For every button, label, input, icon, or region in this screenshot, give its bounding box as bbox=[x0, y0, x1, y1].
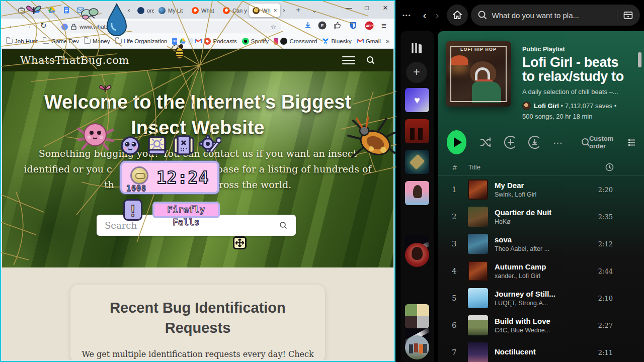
library-album-portrait[interactable] bbox=[405, 181, 429, 205]
pink-spider-sprite[interactable] bbox=[75, 115, 117, 153]
reload-button[interactable]: ↻ bbox=[40, 21, 47, 30]
track-artists[interactable]: Swink, Lofi Girl bbox=[495, 191, 536, 198]
alert-exclamation-icon[interactable]: ! bbox=[123, 199, 142, 221]
track-row[interactable]: 6 Build with LoveC4C, Blue Wedne... 2:27 bbox=[438, 312, 644, 339]
column-title[interactable]: Title bbox=[468, 163, 480, 171]
track-title[interactable]: My Dear bbox=[495, 181, 536, 190]
tab-close-icon[interactable]: × bbox=[274, 7, 277, 14]
track-title[interactable]: Journey of Still... bbox=[495, 290, 555, 298]
site-logo[interactable]: WhatsThatBug.com bbox=[20, 54, 129, 66]
library-group-circle[interactable] bbox=[405, 335, 429, 359]
bookmark-gmail-icon[interactable] bbox=[195, 38, 202, 45]
track-artists[interactable]: LUQĘT, Strong.A... bbox=[495, 300, 555, 307]
track-title[interactable]: Build with Love bbox=[495, 317, 550, 325]
bookmark-gmail[interactable]: Gmail bbox=[357, 38, 381, 45]
track-title[interactable]: Autumn Camp bbox=[495, 262, 546, 271]
playlist-title[interactable]: Lofi Girl - beatsto relax/study to bbox=[522, 55, 644, 83]
minimize-button[interactable]: — bbox=[341, 4, 356, 12]
settings-menu-icon[interactable] bbox=[199, 135, 221, 156]
bookmark-folder-game-dev[interactable]: Game Dev bbox=[43, 38, 79, 44]
tab-scroll-right-button[interactable]: › bbox=[283, 5, 285, 15]
bookmark-folder-life-organization[interactable]: Life Organization bbox=[115, 38, 168, 44]
small-butterfly-sprite[interactable] bbox=[99, 83, 112, 95]
window-menu-dots[interactable]: ••• bbox=[403, 12, 412, 18]
tracking-protection-icon[interactable] bbox=[61, 24, 68, 30]
map-menu-icon[interactable] bbox=[173, 135, 195, 156]
scrollbar-thumb[interactable] bbox=[638, 52, 641, 67]
spotify-forward-button[interactable]: › bbox=[436, 9, 439, 21]
track-row[interactable]: 5 Journey of Still...LUQĘT, Strong.A... … bbox=[438, 285, 644, 312]
download-icon[interactable] bbox=[528, 135, 539, 149]
tab-list-dropdown[interactable]: ⌄ bbox=[311, 5, 317, 15]
shuffle-icon[interactable] bbox=[479, 137, 490, 148]
library-artist-circle[interactable] bbox=[405, 243, 429, 267]
downloads-icon[interactable] bbox=[304, 21, 312, 29]
library-album-red[interactable] bbox=[405, 119, 429, 143]
add-to-playlist-icon[interactable] bbox=[504, 135, 515, 149]
track-title[interactable]: sova bbox=[495, 235, 549, 244]
sort-order-button[interactable]: Custom order bbox=[589, 135, 635, 150]
your-library-icon[interactable] bbox=[411, 42, 424, 54]
track-title[interactable]: Noctilucent bbox=[495, 347, 536, 356]
spotify-back-button[interactable]: ‹ bbox=[423, 9, 427, 21]
wasp-sprite[interactable] bbox=[171, 41, 188, 60]
track-row[interactable]: 1 My DearSwink, Lofi Girl 2:20 bbox=[438, 176, 644, 203]
bookmarks-overflow-chevron[interactable]: » bbox=[386, 37, 389, 45]
new-tab-button[interactable]: + bbox=[296, 5, 300, 15]
owner-name[interactable]: Lofi Girl bbox=[534, 102, 559, 110]
track-artists[interactable]: HoKø bbox=[495, 218, 551, 225]
track-artists[interactable]: Theo Aabel, after ... bbox=[495, 245, 549, 252]
bookmark-star-icon[interactable]: ☆ bbox=[270, 23, 276, 31]
forward-button[interactable]: → bbox=[24, 21, 32, 30]
bookmark-folder-job-hunt[interactable]: Job Hunt bbox=[6, 38, 38, 44]
journal-menu-icon[interactable] bbox=[147, 136, 167, 156]
pinned-tab-drive2-icon[interactable] bbox=[48, 6, 56, 14]
site-menu-hamburger-icon[interactable] bbox=[342, 54, 355, 67]
tab-can-y[interactable]: Can y bbox=[219, 4, 248, 17]
bitwarden-icon[interactable] bbox=[349, 21, 357, 30]
library-album-collage[interactable] bbox=[405, 304, 429, 328]
bookmark-bluesky[interactable]: Bluesky bbox=[322, 38, 351, 45]
maximize-button[interactable]: □ bbox=[359, 4, 374, 12]
track-artists[interactable]: C4C, Blue Wedne... bbox=[495, 327, 550, 334]
menu-hamburger-icon[interactable]: ≡ bbox=[381, 21, 386, 31]
adblock-plus-icon[interactable]: ABP bbox=[365, 21, 374, 30]
pinned-tab-briefcase-icon[interactable] bbox=[18, 6, 26, 14]
track-title[interactable]: Quartier de Nuit bbox=[495, 208, 551, 217]
site-search-icon[interactable] bbox=[366, 56, 375, 65]
bookmark-occluded-icon[interactable] bbox=[188, 38, 193, 45]
search-icon[interactable] bbox=[279, 221, 288, 230]
move-handle-icon[interactable] bbox=[233, 236, 247, 249]
extension-e-icon[interactable]: E bbox=[318, 21, 327, 30]
tab-my-lit[interactable]: My Lit bbox=[155, 4, 186, 17]
tab-overflow-partial[interactable]: ore bbox=[134, 4, 154, 17]
close-button[interactable]: ✕ bbox=[378, 4, 393, 12]
back-button[interactable]: ← bbox=[8, 21, 16, 30]
bookmark-crossword[interactable]: Crossword bbox=[280, 38, 317, 45]
search-in-playlist-icon[interactable] bbox=[581, 138, 589, 147]
water-droplet-sprite[interactable] bbox=[105, 3, 129, 38]
fly-sprite[interactable] bbox=[80, 5, 100, 22]
track-row[interactable]: 7 Noctilucent 2:11 bbox=[438, 339, 644, 362]
bookmark-podcasts[interactable]: Podcasts bbox=[204, 38, 236, 45]
butterfly-sprite[interactable] bbox=[26, 4, 41, 17]
pinned-tab-docs-icon[interactable] bbox=[62, 6, 70, 14]
home-button[interactable] bbox=[447, 5, 468, 26]
tab-active-whatsthatbug[interactable]: Wh × bbox=[249, 4, 280, 17]
track-row[interactable]: 3 sovaTheo Aabel, after ... 2:12 bbox=[438, 230, 644, 257]
more-options-icon[interactable]: … bbox=[552, 135, 563, 146]
thumbs-up-extension-icon[interactable] bbox=[333, 21, 341, 29]
tab-what[interactable]: What bbox=[188, 4, 217, 17]
bookmark-spotify[interactable]: Spotify bbox=[242, 38, 269, 45]
play-button[interactable] bbox=[447, 130, 466, 154]
pet-menu-icon[interactable] bbox=[120, 136, 141, 156]
spotify-search-input[interactable]: What do you want to pla... bbox=[471, 5, 640, 26]
bookmark-instagram-icon[interactable] bbox=[274, 38, 279, 45]
liked-songs-item[interactable]: ♥ bbox=[405, 88, 429, 112]
duration-clock-icon[interactable] bbox=[605, 163, 614, 171]
assassin-bug-sprite[interactable] bbox=[342, 114, 396, 160]
owner-avatar[interactable] bbox=[522, 102, 531, 110]
bookmark-folder-money[interactable]: Money bbox=[84, 38, 110, 44]
library-album-ornate[interactable] bbox=[405, 150, 429, 174]
track-artists[interactable]: xander., Lofi Girl bbox=[495, 273, 546, 280]
